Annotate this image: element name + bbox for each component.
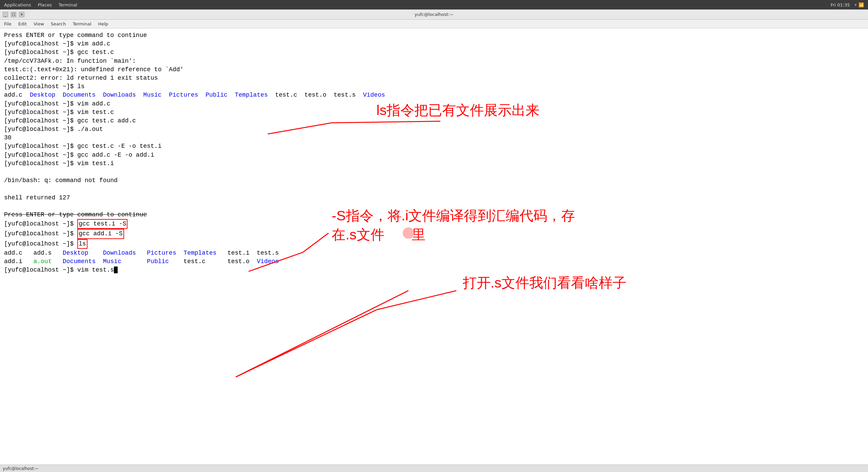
desktop-link: Desktop	[30, 92, 56, 98]
pictures-link: Pictures	[169, 92, 198, 98]
menu-help[interactable]: Help	[95, 21, 111, 27]
terminal-line-14: [yufc@localhost ~]$ gcc test.c -E -o tes…	[4, 142, 864, 151]
menu-view[interactable]: View	[31, 21, 47, 27]
system-icons: ⚡ 📶	[854, 2, 864, 7]
videos-link: Videos	[363, 92, 385, 98]
title-bar: _ □ × yufc@localhost:~	[0, 9, 868, 20]
terminal-line-9: [yufc@localhost ~]$ vim add.c	[4, 100, 864, 108]
close-button[interactable]: ×	[19, 12, 24, 17]
terminal-line-blank3	[4, 202, 864, 211]
terminal-line-7: [yufc@localhost ~]$ ls	[4, 82, 864, 91]
pictures-link2: Pictures	[147, 250, 176, 256]
terminal-line-5: test.c:(.text+0x21): undefined reference…	[4, 65, 864, 74]
terminal-line-25: [yufc@localhost ~]$ ls	[4, 239, 864, 249]
public-link: Public	[205, 92, 228, 98]
terminal-line-4: /tmp/ccV73AFk.o: In function `main':	[4, 57, 864, 65]
terminal-line-28: [yufc@localhost ~]$ vim test.s	[4, 266, 864, 274]
terminal-line-15: [yufc@localhost ~]$ gcc add.c -E -o add.…	[4, 151, 864, 159]
terminal-line-6: collect2: error: ld returned 1 exit stat…	[4, 74, 864, 82]
terminal-line-3: [yufc@localhost ~]$ gcc test.c	[4, 48, 864, 57]
cmd-box-1: gcc test.i -S	[77, 219, 127, 229]
menu-search[interactable]: Search	[48, 21, 69, 27]
terminal-line-12: [yufc@localhost ~]$ ./a.out	[4, 125, 864, 134]
menu-edit[interactable]: Edit	[16, 21, 29, 27]
videos-link2: Videos	[257, 258, 279, 265]
downloads-link2: Downloads	[103, 250, 136, 256]
terminal-line-8: add.c Desktop Documents Downloads Music …	[4, 91, 864, 99]
status-bar: yufc@localhost:~	[0, 465, 868, 472]
cmd-box-2: gcc add.i -S	[77, 229, 124, 239]
svg-line-8	[236, 310, 376, 377]
svg-line-11	[236, 291, 408, 377]
terminal-line-1: Press ENTER or type command to continue	[4, 31, 864, 40]
public-link2: Public	[147, 258, 169, 265]
terminal-line-23: [yufc@localhost ~]$ gcc test.i -S	[4, 219, 864, 229]
menu-bar: File Edit View Search Terminal Help	[0, 20, 868, 28]
svg-line-9	[376, 291, 456, 310]
music-link: Music	[143, 92, 162, 98]
desktop-link2: Desktop	[63, 250, 88, 256]
system-bar: Applications Places Terminal Fri 01:35 ⚡…	[0, 0, 868, 9]
downloads-link: Downloads	[103, 92, 136, 98]
terminal-cursor	[114, 267, 118, 273]
aout-link: a.out	[33, 258, 52, 265]
system-bar-right: Fri 01:35 ⚡ 📶	[831, 2, 864, 7]
system-time: Fri 01:35	[831, 2, 850, 7]
templates-link: Templates	[235, 92, 268, 98]
terminal-line-11: [yufc@localhost ~]$ gcc test.c add.c	[4, 117, 864, 125]
templates-link2: Templates	[183, 250, 216, 256]
documents-link2: Documents	[63, 258, 96, 265]
terminal-content[interactable]: Press ENTER or type command to continue …	[0, 28, 868, 465]
system-bar-left: Applications Places Terminal	[4, 2, 77, 7]
terminal-window: _ □ × yufc@localhost:~ File Edit View Se…	[0, 9, 868, 472]
svg-text:打开.s文件我们看看啥样子: 打开.s文件我们看看啥样子	[462, 275, 627, 291]
terminal-line-27: add.i a.out Documents Music Public test.…	[4, 257, 864, 266]
menu-terminal[interactable]: Terminal	[70, 21, 94, 27]
documents-link: Documents	[63, 92, 96, 98]
terminal-line-2: [yufc@localhost ~]$ vim add.c	[4, 40, 864, 48]
terminal-line-26: add.c add.s Desktop Downloads Pictures T…	[4, 249, 864, 257]
music-link2: Music	[103, 258, 121, 265]
menu-file[interactable]: File	[1, 21, 14, 27]
terminal-line-blank1	[4, 168, 864, 176]
terminal-line-20: shell returned 127	[4, 194, 864, 202]
terminal-line-24: [yufc@localhost ~]$ gcc add.i -S	[4, 229, 864, 239]
terminal-line-10: [yufc@localhost ~]$ vim test.c	[4, 108, 864, 117]
window-title: yufc@localhost:~	[415, 12, 453, 17]
window-controls: _ □ ×	[3, 12, 24, 17]
places-menu[interactable]: Places	[38, 2, 52, 7]
terminal-line-blank2	[4, 185, 864, 193]
minimize-button[interactable]: _	[3, 12, 8, 17]
apps-menu[interactable]: Applications	[4, 2, 31, 7]
maximize-button[interactable]: □	[11, 12, 16, 17]
terminal-line-16: [yufc@localhost ~]$ vim test.i	[4, 159, 864, 168]
terminal-line-18: /bin/bash: q: command not found	[4, 176, 864, 185]
terminal-menu[interactable]: Terminal	[59, 2, 77, 7]
terminal-line-13: 30	[4, 134, 864, 142]
cmd-box-3: ls	[77, 239, 87, 249]
terminal-line-22: Press ENTER or type command to continue	[4, 211, 864, 219]
status-label: yufc@localhost:~	[3, 466, 39, 471]
